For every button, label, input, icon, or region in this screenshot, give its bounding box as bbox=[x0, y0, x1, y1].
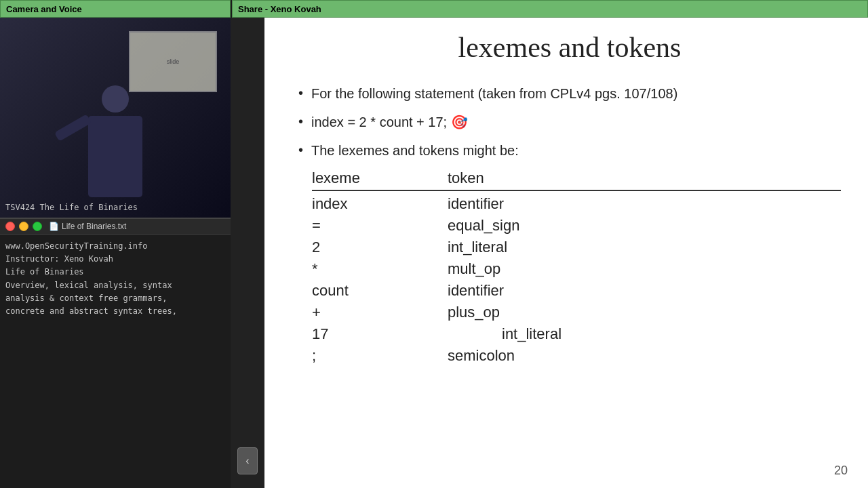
close-button[interactable] bbox=[5, 222, 15, 231]
table-row: 17 int_literal bbox=[312, 325, 841, 343]
token-cell-2: int_literal bbox=[448, 239, 597, 256]
token-cell-index: identifier bbox=[448, 195, 597, 213]
token-cell-semi: semicolon bbox=[448, 347, 597, 365]
top-bars: Camera and Voice Share - Xeno Kovah bbox=[0, 0, 868, 18]
lexeme-cell-mult: * bbox=[312, 260, 448, 278]
main-area: slide TSV424 The Life of Binaries bbox=[0, 18, 868, 488]
notes-line-2: Instructor: Xeno Kovah bbox=[5, 253, 225, 266]
notes-line-4: Overview, lexical analysis, syntax bbox=[5, 279, 225, 292]
bullet-dot-3: • bbox=[298, 142, 303, 158]
notes-line-5: analysis & context free grammars, bbox=[5, 292, 225, 305]
table-row: + plus_op bbox=[312, 304, 841, 321]
notes-panel: 📄 Life of Binaries.txt www.OpenSecurityT… bbox=[0, 218, 231, 488]
camera-title-label: Camera and Voice bbox=[6, 4, 82, 14]
bullet-2: • index = 2 * count + 17; 🎯 bbox=[298, 113, 841, 131]
table-row: 2 int_literal bbox=[312, 239, 841, 256]
token-header: token bbox=[448, 169, 597, 187]
presenter-silhouette bbox=[88, 116, 142, 197]
table-row: * mult_op bbox=[312, 260, 841, 278]
notes-line-1: www.OpenSecurityTraining.info bbox=[5, 240, 225, 253]
cursor-emoji: 🎯 bbox=[451, 115, 468, 129]
camera-feed: slide TSV424 The Life of Binaries bbox=[0, 18, 231, 218]
bullet-text-1: For the following statement (taken from … bbox=[311, 84, 677, 103]
slide-panel: lexemes and tokens • For the following s… bbox=[264, 18, 868, 488]
projection-screen: slide bbox=[129, 31, 217, 92]
left-panel: slide TSV424 The Life of Binaries bbox=[0, 18, 231, 488]
share-title-label: Share - Xeno Kovah bbox=[238, 4, 321, 14]
lexeme-cell-17: 17 bbox=[312, 325, 448, 343]
token-cell-mult: mult_op bbox=[448, 260, 597, 278]
table-header-row: lexeme token bbox=[312, 169, 841, 191]
table-row: = equal_sign bbox=[312, 217, 841, 235]
slide-title: lexemes and tokens bbox=[298, 31, 841, 64]
nav-area: ‹ bbox=[231, 18, 264, 488]
bullet-1: • For the following statement (taken fro… bbox=[298, 84, 841, 103]
bullet-dot-1: • bbox=[298, 85, 303, 101]
lexeme-table: lexeme token index identifier = equal_si… bbox=[312, 169, 841, 365]
token-cell-plus: plus_op bbox=[448, 304, 597, 321]
notes-filename: 📄 Life of Binaries.txt bbox=[49, 222, 126, 231]
table-row: ; semicolon bbox=[312, 347, 841, 365]
token-cell-17: int_literal bbox=[448, 325, 597, 343]
file-icon: 📄 bbox=[49, 222, 59, 231]
nav-back-button[interactable]: ‹ bbox=[237, 447, 258, 474]
lexeme-cell-eq: = bbox=[312, 217, 448, 235]
lexeme-cell-count: count bbox=[312, 282, 448, 300]
notes-titlebar: 📄 Life of Binaries.txt bbox=[0, 219, 231, 235]
share-bar-title: Share - Xeno Kovah bbox=[232, 0, 868, 18]
token-cell-eq: equal_sign bbox=[448, 217, 597, 235]
camera-background: slide bbox=[0, 18, 231, 218]
maximize-button[interactable] bbox=[33, 222, 42, 231]
minimize-button[interactable] bbox=[19, 222, 28, 231]
camera-label: TSV424 The Life of Binaries bbox=[5, 203, 138, 212]
lexeme-header: lexeme bbox=[312, 169, 448, 187]
notes-content: www.OpenSecurityTraining.info Instructor… bbox=[0, 235, 231, 488]
bullet-text-3: The lexemes and tokens might be: bbox=[311, 141, 519, 160]
presenter-arm bbox=[54, 114, 92, 141]
lexeme-cell-semi: ; bbox=[312, 347, 448, 365]
lexeme-cell-2: 2 bbox=[312, 239, 448, 256]
notes-line-3: Life of Binaries bbox=[5, 266, 225, 279]
bullet-3: • The lexemes and tokens might be: bbox=[298, 141, 841, 160]
bullet-text-2: index = 2 * count + 17; 🎯 bbox=[311, 113, 468, 131]
lexeme-cell-plus: + bbox=[312, 304, 448, 321]
camera-bar-title: Camera and Voice bbox=[0, 0, 231, 18]
page-number: 20 bbox=[834, 464, 848, 478]
slide-body: • For the following statement (taken fro… bbox=[298, 84, 841, 474]
table-row: count identifier bbox=[312, 282, 841, 300]
bullet-dot-2: • bbox=[298, 114, 303, 129]
table-row: index identifier bbox=[312, 195, 841, 213]
lexeme-cell-index: index bbox=[312, 195, 448, 213]
presenter-head bbox=[102, 85, 129, 113]
notes-line-6: concrete and abstract syntax trees, bbox=[5, 305, 225, 318]
presenter-body bbox=[88, 116, 142, 197]
token-cell-count: identifier bbox=[448, 282, 597, 300]
